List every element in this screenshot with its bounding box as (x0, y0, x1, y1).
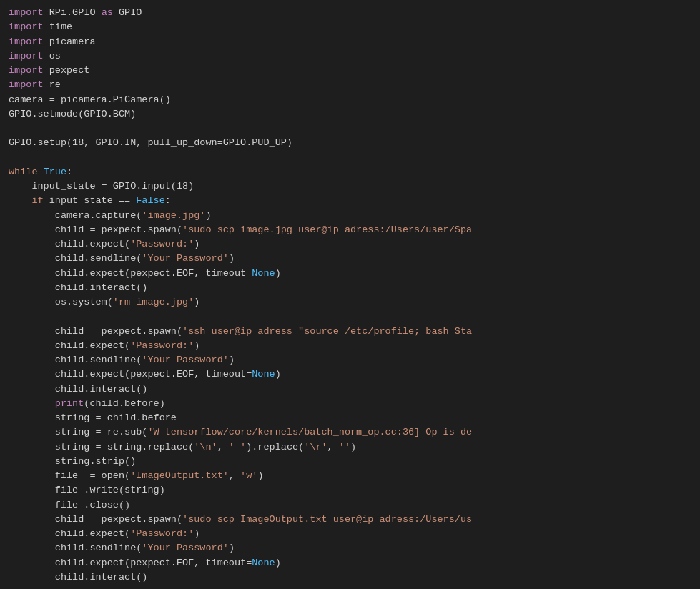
code-line: child.expect('Password:') (0, 237, 700, 252)
code-line: child = pexpect.spawn('sudo scp ImageOut… (0, 513, 700, 527)
code-line: while True: (0, 165, 700, 179)
code-line: camera = picamera.PiCamera() (0, 93, 700, 107)
code-line: os.system('rm image.jpg') (0, 295, 700, 310)
code-line (0, 122, 700, 136)
code-line: child.sendline('Your Password') (0, 353, 700, 367)
code-line: child.expect('Password:') (0, 527, 700, 541)
code-line: GPIO.setmode(GPIO.BCM) (0, 107, 700, 122)
code-line: GPIO.setup(18, GPIO.IN, pull_up_down=GPI… (0, 136, 700, 150)
code-line: child.expect('Password:') (0, 339, 700, 353)
code-line: string.strip() (0, 455, 700, 469)
code-line: child.expect(pexpect.EOF, timeout=None) (0, 367, 700, 382)
code-line (0, 310, 700, 324)
code-line: print(child.before) (0, 397, 700, 411)
code-line: file .write(string) (0, 483, 700, 498)
code-line: file .close() (0, 498, 700, 513)
code-line: child.expect(pexpect.EOF, timeout=None) (0, 267, 700, 281)
code-line: import RPi.GPIO as GPIO (0, 6, 700, 20)
code-line: import picamera (0, 35, 700, 49)
code-line: child.expect(pexpect.EOF, timeout=None) (0, 556, 700, 570)
code-line: camera.capture('image.jpg') (0, 209, 700, 223)
code-line: child.sendline('Your Password') (0, 252, 700, 266)
code-line: string = string.replace('\n', ' ').repla… (0, 440, 700, 455)
code-line (0, 151, 700, 165)
code-line: import os (0, 49, 700, 64)
code-editor: import RPi.GPIO as GPIOimport timeimport… (0, 0, 700, 589)
code-line: child.interact() (0, 382, 700, 397)
code-line: input_state = GPIO.input(18) (0, 179, 700, 194)
code-line: import pexpect (0, 64, 700, 78)
code-line: string = re.sub('W tensorflow/core/kerne… (0, 425, 700, 440)
code-line: child.interact() (0, 281, 700, 295)
code-line: import re (0, 78, 700, 92)
code-line: child.sendline('Your Password') (0, 541, 700, 555)
code-line: string = child.before (0, 411, 700, 425)
code-line: child = pexpect.spawn('sudo scp image.jp… (0, 223, 700, 237)
code-line: file = open('ImageOutput.txt', 'w') (0, 469, 700, 483)
code-line: import time (0, 20, 700, 34)
code-line: if input_state == False: (0, 194, 700, 208)
code-line: child = pexpect.spawn('ssh user@ip adres… (0, 325, 700, 339)
code-line: child.interact() (0, 570, 700, 585)
